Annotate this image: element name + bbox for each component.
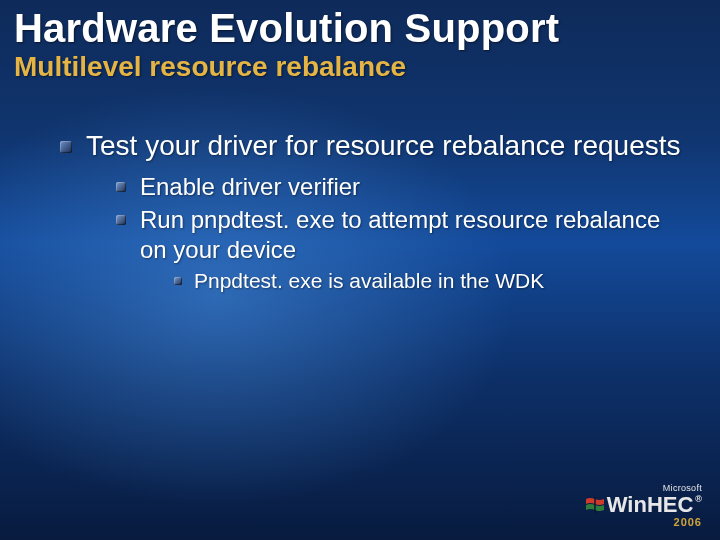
bullet-level1-item: Test your driver for resource rebalance … [58, 129, 690, 294]
slide-title: Hardware Evolution Support [0, 0, 720, 51]
logo-brand-text: WinHEC [607, 494, 694, 516]
slide-subtitle: Multilevel resource rebalance [0, 51, 720, 83]
bullet-list-level1: Test your driver for resource rebalance … [58, 129, 690, 294]
bullet-text: Test your driver for resource rebalance … [86, 130, 681, 161]
bullet-list-level2: Enable driver verifier Run pnpdtest. exe… [116, 172, 690, 294]
svg-rect-0 [594, 497, 595, 513]
bullet-level3-item: Pnpdtest. exe is available in the WDK [174, 268, 690, 294]
slide-body: Test your driver for resource rebalance … [0, 83, 720, 294]
bullet-level2-item: Enable driver verifier [116, 172, 690, 201]
logo-year: 2006 [586, 517, 702, 528]
bullet-text: Enable driver verifier [140, 173, 360, 200]
bullet-list-level3: Pnpdtest. exe is available in the WDK [174, 268, 690, 294]
bullet-text: Run pnpdtest. exe to attempt resource re… [140, 206, 660, 262]
bullet-level2-item: Run pnpdtest. exe to attempt resource re… [116, 205, 690, 294]
registered-mark-icon: ® [695, 495, 702, 504]
windows-flag-icon [586, 497, 604, 513]
logo-brand: WinHEC® [586, 494, 702, 516]
bullet-text: Pnpdtest. exe is available in the WDK [194, 269, 544, 292]
footer-logo: Microsoft WinHEC® 2006 [586, 484, 702, 528]
